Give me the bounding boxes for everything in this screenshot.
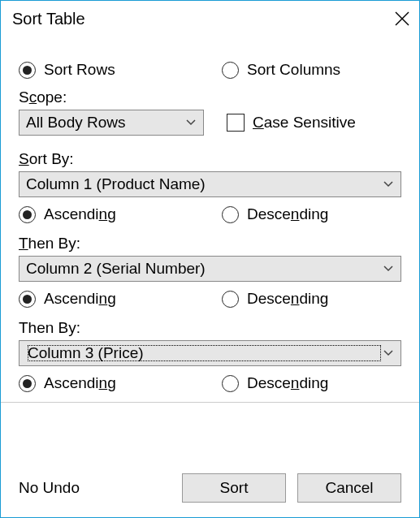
- sort-by-descending-radio[interactable]: [222, 206, 239, 223]
- sort-button[interactable]: Sort: [182, 473, 286, 503]
- case-sensitive-checkbox[interactable]: [227, 114, 245, 132]
- sort-by-select[interactable]: Column 1 (Product Name): [19, 171, 401, 197]
- then-by-2-descending-radio[interactable]: [222, 375, 239, 392]
- sort-columns-label: Sort Columns: [247, 61, 340, 79]
- chevron-down-icon: [383, 179, 394, 190]
- then-by-2-ascending-radio[interactable]: [19, 375, 36, 392]
- chevron-down-icon: [185, 117, 197, 128]
- dialog-content: Sort Rows Sort Columns Scope: All Body R…: [1, 37, 419, 459]
- then-by-1-select[interactable]: Column 2 (Serial Number): [19, 256, 401, 282]
- dialog-title: Sort Table: [12, 10, 85, 28]
- then-by-1-descending-radio[interactable]: [222, 291, 239, 308]
- scope-select[interactable]: All Body Rows: [19, 110, 204, 136]
- cancel-button[interactable]: Cancel: [297, 473, 401, 503]
- sort-by-ascending-radio[interactable]: [19, 206, 36, 223]
- case-sensitive-label: Case Sensitive: [253, 114, 356, 132]
- titlebar: Sort Table: [1, 1, 419, 37]
- sort-rows-label: Sort Rows: [44, 61, 115, 79]
- then-by-1-value: Column 2 (Serial Number): [26, 260, 383, 278]
- scope-label: Scope:: [19, 88, 401, 106]
- chevron-down-icon: [383, 263, 394, 274]
- then-by-2-select[interactable]: Column 3 (Price): [19, 340, 401, 366]
- sort-columns-radio[interactable]: [222, 62, 239, 79]
- then-by-1-ascending-radio[interactable]: [19, 291, 36, 308]
- then-by-1-label: Then By:: [19, 235, 401, 253]
- no-undo-label: No Undo: [19, 479, 171, 497]
- sort-table-dialog: Sort Table Sort Rows Sort Columns Scope:…: [0, 0, 420, 518]
- sort-by-value: Column 1 (Product Name): [26, 175, 383, 193]
- then-by-1-descending-label: Descending: [247, 290, 328, 308]
- sort-by-label: Sort By:: [19, 150, 401, 168]
- then-by-1-ascending-label: Ascending: [44, 290, 116, 308]
- sort-by-descending-label: Descending: [247, 205, 328, 223]
- separator: [1, 402, 419, 403]
- sort-rows-radio[interactable]: [19, 62, 36, 79]
- close-icon[interactable]: [395, 11, 409, 26]
- then-by-2-value: Column 3 (Price): [26, 343, 383, 363]
- then-by-2-label: Then By:: [19, 319, 401, 337]
- sort-by-ascending-label: Ascending: [44, 205, 116, 223]
- scope-select-value: All Body Rows: [26, 114, 185, 132]
- then-by-2-ascending-label: Ascending: [44, 374, 116, 392]
- dialog-footer: No Undo Sort Cancel: [1, 459, 419, 517]
- then-by-2-descending-label: Descending: [247, 374, 328, 392]
- chevron-down-icon: [383, 347, 394, 359]
